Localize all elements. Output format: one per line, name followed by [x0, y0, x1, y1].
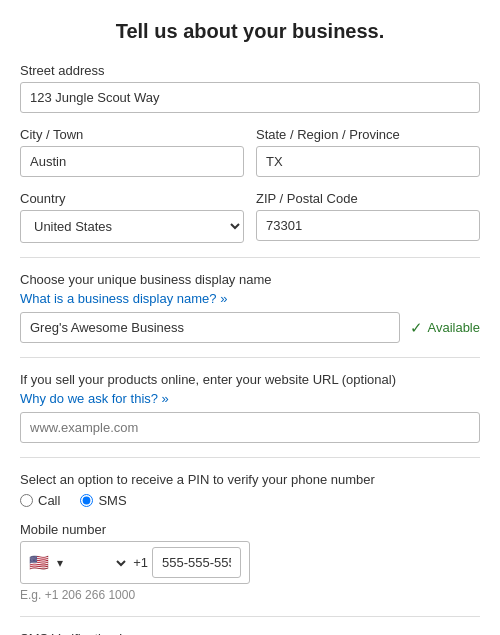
website-link[interactable]: Why do we ask for this? » — [20, 391, 169, 406]
country-label: Country — [20, 191, 244, 206]
pin-options-row: Call SMS — [20, 493, 480, 508]
zip-col: ZIP / Postal Code — [256, 191, 480, 243]
mobile-section: Mobile number 🇺🇸 ▾ +1 E.g. +1 206 266 10… — [20, 522, 480, 602]
divider-4 — [20, 616, 480, 617]
pin-section: Select an option to receive a PIN to ver… — [20, 472, 480, 508]
country-zip-row: Country United States Canada United King… — [20, 191, 480, 243]
country-select[interactable]: United States Canada United Kingdom Aust… — [20, 210, 244, 243]
available-badge: ✓ Available — [410, 319, 480, 337]
phone-prefix: +1 — [133, 555, 148, 570]
display-name-link[interactable]: What is a business display name? » — [20, 291, 227, 306]
us-flag-icon: 🇺🇸 — [29, 553, 49, 572]
phone-number-input[interactable] — [152, 547, 241, 578]
display-name-section: Choose your unique business display name… — [20, 272, 480, 343]
phone-hint: E.g. +1 206 266 1000 — [20, 588, 480, 602]
available-text: Available — [427, 320, 480, 335]
street-address-input[interactable] — [20, 82, 480, 113]
pin-call-option[interactable]: Call — [20, 493, 60, 508]
city-label: City / Town — [20, 127, 244, 142]
checkmark-icon: ✓ — [410, 319, 423, 337]
street-address-label: Street address — [20, 63, 480, 78]
zip-input[interactable] — [256, 210, 480, 241]
state-input[interactable] — [256, 146, 480, 177]
street-address-section: Street address — [20, 63, 480, 113]
pin-call-radio[interactable] — [20, 494, 33, 507]
city-state-row: City / Town State / Region / Province — [20, 127, 480, 177]
website-section: If you sell your products online, enter … — [20, 372, 480, 443]
page-title: Tell us about your business. — [20, 20, 480, 43]
pin-heading: Select an option to receive a PIN to ver… — [20, 472, 480, 487]
state-label: State / Region / Province — [256, 127, 480, 142]
phone-input-wrapper: 🇺🇸 ▾ +1 — [20, 541, 250, 584]
sms-lang-label: SMS Verification Language — [20, 631, 480, 635]
zip-label: ZIP / Postal Code — [256, 191, 480, 206]
pin-sms-label: SMS — [98, 493, 126, 508]
pin-sms-radio[interactable] — [80, 494, 93, 507]
website-heading: If you sell your products online, enter … — [20, 372, 480, 387]
state-col: State / Region / Province — [256, 127, 480, 177]
display-name-input-row: ✓ Available — [20, 312, 480, 343]
pin-call-label: Call — [38, 493, 60, 508]
mobile-label: Mobile number — [20, 522, 480, 537]
city-input[interactable] — [20, 146, 244, 177]
website-input[interactable] — [20, 412, 480, 443]
display-name-heading: Choose your unique business display name — [20, 272, 480, 287]
divider-2 — [20, 357, 480, 358]
divider-1 — [20, 257, 480, 258]
city-col: City / Town — [20, 127, 244, 177]
display-name-input[interactable] — [20, 312, 400, 343]
country-col: Country United States Canada United King… — [20, 191, 244, 243]
phone-country-dropdown[interactable]: ▾ — [53, 555, 129, 571]
divider-3 — [20, 457, 480, 458]
pin-sms-option[interactable]: SMS — [80, 493, 126, 508]
